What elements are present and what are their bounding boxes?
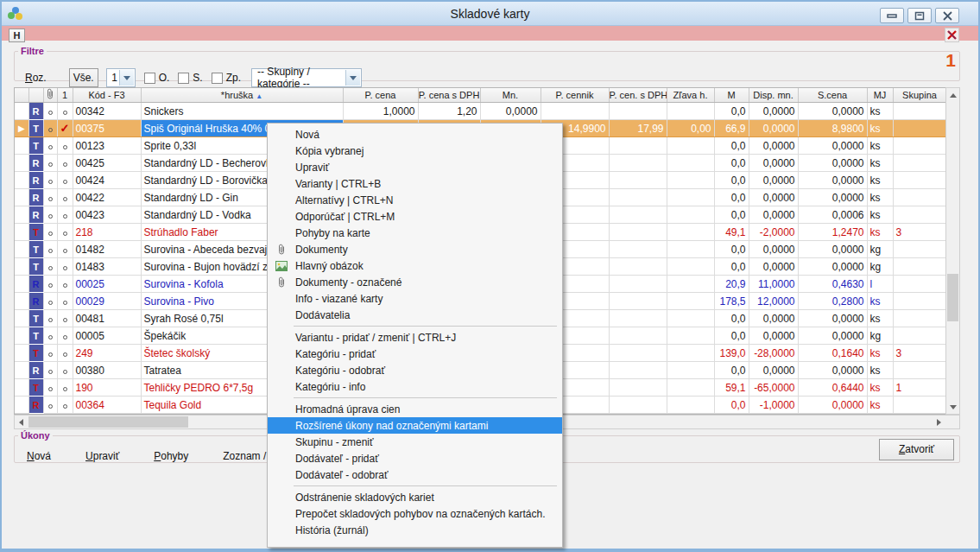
cell-mj[interactable]: ks [867,345,893,362]
menu-item[interactable]: Kópia vybranej [268,143,562,159]
cell-skupina[interactable] [893,310,946,327]
cell-skupina[interactable] [893,155,946,172]
cell-m[interactable]: 0,0 [714,206,749,224]
cell-s_cena[interactable]: 0,0000 [798,327,867,345]
row-mark-cell[interactable] [57,137,73,155]
cell-p_cen_dph[interactable] [609,397,667,414]
menu-item[interactable]: Variantu - pridať / zmeniť | CTRL+J [268,329,562,346]
cell-disp[interactable]: -2,0000 [749,224,798,241]
cell-mj[interactable]: kg [867,258,893,276]
cell-disp[interactable]: 0,0000 [749,155,798,172]
menu-item[interactable]: História (žurnál) [268,522,562,538]
row-mark-cell[interactable] [57,189,73,206]
menu-item[interactable]: Upraviť [268,159,562,175]
close-button[interactable] [935,8,959,23]
cell-s_cena[interactable]: 1,2470 [798,224,867,241]
cell-zlava[interactable] [667,362,714,379]
cell-zlava[interactable] [667,172,714,189]
cell-zlava[interactable] [667,379,714,397]
cell-m[interactable]: 0,0 [714,362,749,379]
column-header-mj[interactable]: MJ [867,88,893,103]
menu-item[interactable]: Kategóriu - pridať [268,346,562,362]
column-header-zlava[interactable]: Zľava h. [667,88,714,103]
cell-mj[interactable]: ks [867,224,893,241]
cell-skupina[interactable] [893,276,946,293]
cell-p_cen_dph[interactable] [609,327,667,345]
action-upravi[interactable]: Upraviť [85,450,119,462]
cell-p_cen_dph[interactable] [609,379,667,397]
cell-p_cen_dph[interactable] [609,224,667,241]
group-category-select[interactable]: -- Skupiny / kategórie -- [251,68,362,87]
scroll-down-icon[interactable] [946,400,959,414]
cell-m[interactable]: 0,0 [714,258,749,276]
cell-s_cena[interactable]: 0,0000 [798,103,867,120]
cell-code[interactable]: 00025 [73,276,141,293]
cell-zlava[interactable] [667,397,714,414]
cell-m[interactable]: 0,0 [714,137,749,155]
cell-p_cen_dph[interactable] [609,362,667,379]
menu-item[interactable]: Rozšírené úkony nad označenými kartami [268,417,562,434]
row-mark-cell[interactable] [57,241,73,258]
cell-disp[interactable]: 0,0000 [749,241,798,258]
cell-disp[interactable]: 11,0000 [749,276,798,293]
cell-code[interactable]: 00364 [73,397,141,414]
red-x-icon[interactable] [945,28,959,42]
column-header-disp[interactable]: Disp. mn. [749,88,798,103]
number-select[interactable]: 1 [106,68,136,87]
cell-p_cen_dph[interactable] [609,172,667,189]
cell-zlava[interactable] [667,276,714,293]
cell-mj[interactable]: ks [867,397,893,414]
cell-skupina[interactable] [893,362,946,379]
cell-disp[interactable]: 0,0000 [749,189,798,206]
cell-zlava[interactable] [667,206,714,224]
row-mark-cell[interactable]: ✓ [57,120,73,137]
cell-m[interactable]: 0,0 [714,189,749,206]
column-header-one[interactable]: 1 [57,88,73,103]
cell-zlava[interactable] [667,327,714,345]
row-mark-cell[interactable] [57,206,73,224]
cell-p_cen_dph[interactable]: 17,99 [609,120,667,137]
cell-s_cena[interactable]: 0,6440 [798,379,867,397]
cell-s_cena[interactable]: 0,0006 [798,206,867,224]
cell-code[interactable]: 00423 [73,206,141,224]
cell-p_cen_dph[interactable] [609,276,667,293]
menu-item[interactable]: Dokumenty - označené [268,274,562,290]
cell-m[interactable]: 49,1 [714,224,749,241]
cell-s_cena[interactable]: 0,0000 [798,241,867,258]
cell-p_cen_dph[interactable] [609,189,667,206]
cell-mj[interactable]: l [867,276,893,293]
cell-s_cena[interactable]: 0,0000 [798,137,867,155]
checkbox-zp[interactable]: Zp. [212,72,241,84]
cell-disp[interactable]: 0,0000 [749,120,798,137]
cell-m[interactable]: 0,0 [714,310,749,327]
restore-button[interactable] [907,8,932,23]
row-mark-cell[interactable] [57,397,73,414]
cell-p_cennik[interactable] [541,103,609,120]
row-mark-cell[interactable] [57,224,73,241]
horizontal-scroll-thumb[interactable] [28,416,188,428]
cell-mj[interactable]: ks [867,155,893,172]
cell-disp[interactable]: -1,0000 [749,397,798,414]
row-mark-cell[interactable] [57,276,73,293]
cell-s_cena[interactable]: 0,0000 [798,362,867,379]
cell-disp[interactable]: 0,0000 [749,103,798,120]
cell-disp[interactable]: 0,0000 [749,206,798,224]
checkbox-s-box[interactable] [178,73,189,84]
menu-item[interactable]: Pohyby na karte [268,225,562,241]
cell-m[interactable]: 0,0 [714,172,749,189]
cell-mn[interactable]: 0,0000 [480,103,541,120]
chevron-down-icon[interactable] [119,70,134,86]
cell-s_cena[interactable]: 0,1640 [798,345,867,362]
cell-zlava[interactable] [667,137,714,155]
cell-code[interactable]: 00380 [73,362,141,379]
scroll-right-icon[interactable] [933,416,945,428]
column-header-skupina[interactable]: Skupina [893,88,946,103]
cell-skupina[interactable] [893,293,946,310]
row-mark-cell[interactable] [57,293,73,310]
cell-p_cen_dph[interactable] [609,310,667,327]
chevron-down-icon[interactable] [345,70,360,86]
action-pohyby[interactable]: Pohyby [154,450,188,462]
cell-zlava[interactable] [667,224,714,241]
vse-button[interactable]: Vše. [69,68,98,87]
minimize-button[interactable] [880,8,904,23]
